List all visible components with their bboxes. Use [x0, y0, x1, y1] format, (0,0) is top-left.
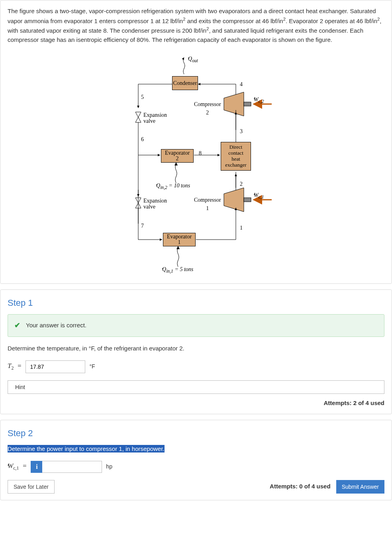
step-2-answer-row: Wc,1 = i hp [0, 461, 392, 480]
step-2-question: Determine the power input to compressor … [0, 445, 392, 461]
state-5: 5 [141, 93, 144, 101]
wc1-label: Wc,1 [254, 191, 264, 201]
svg-marker-7 [135, 112, 141, 117]
state-6: 6 [141, 135, 144, 144]
t2-var: T2 = [8, 361, 22, 372]
step-2-title: Step 2 [0, 420, 392, 445]
alert-text: Your answer is correct. [26, 321, 86, 330]
evaporator-1-box: Evaporator1 [163, 233, 196, 246]
info-icon[interactable]: i [31, 461, 43, 473]
compressor-2-label: Compressor2 [194, 100, 221, 117]
problem-card: The figure shows a two-stage, vapor-comp… [0, 0, 392, 284]
step-2-attempts: Attempts: 0 of 4 used [270, 482, 331, 491]
system-diagram: Condenser Qout 5 4 Expansionvalve Wc,2 C… [116, 52, 276, 275]
svg-rect-5 [244, 102, 251, 106]
wc1-input[interactable] [42, 461, 102, 473]
step-1-answer-row: T2 = °F [0, 360, 392, 380]
qin1-label: Qin,1 = 5 tons [162, 265, 193, 275]
svg-rect-18 [244, 198, 251, 202]
qout-label: Qout [188, 55, 198, 64]
correct-alert: ✔ Your answer is correct. [8, 314, 384, 337]
step-2-card: Step 2 Determine the power input to comp… [0, 420, 392, 500]
wc1-var: Wc,1 = [8, 461, 27, 472]
step-1-title: Step 1 [0, 290, 392, 314]
problem-text: The figure shows a two-stage, vapor-comp… [8, 7, 384, 44]
svg-marker-17 [224, 188, 244, 212]
compressor-1-label: Compressor1 [194, 196, 221, 212]
step-1-card: Step 1 ✔ Your answer is correct. Determi… [0, 289, 392, 414]
svg-marker-27 [176, 246, 180, 249]
state-3: 3 [240, 127, 243, 136]
hint-button[interactable]: Hint [8, 380, 384, 394]
exp-valve-1: Expansionvalve [143, 112, 171, 124]
evaporator-2-box: Evaporator2 [161, 149, 194, 163]
step-2-question-text: Determine the power input to compressor … [8, 445, 165, 452]
exp-valve-2: Expansionvalve [143, 198, 171, 210]
t2-input[interactable] [25, 360, 85, 373]
svg-marker-16 [174, 162, 178, 165]
wc1-unit: hp [106, 462, 112, 471]
step-1-question: Determine the temperature, in °F, of the… [0, 344, 392, 360]
qin2-label: Qin,2 = 10 tons [156, 181, 190, 191]
state-8: 8 [199, 149, 202, 157]
condenser-box: Condenser [172, 76, 198, 90]
dche-box: Directcontactheatexchanger [221, 142, 251, 171]
state-1: 1 [240, 224, 243, 232]
step-1-attempts: Attempts: 2 of 4 used [0, 399, 392, 414]
state-4: 4 [240, 80, 243, 89]
state-2: 2 [240, 180, 243, 188]
submit-answer-button[interactable]: Submit Answer [336, 480, 384, 494]
save-for-later-button[interactable]: Save for Later [8, 480, 55, 494]
svg-marker-8 [135, 117, 141, 122]
check-icon: ✔ [14, 320, 20, 331]
t2-unit: °F [89, 362, 95, 371]
wc2-label: Wc,2 [254, 95, 264, 105]
svg-marker-4 [224, 92, 244, 116]
state-7: 7 [141, 222, 144, 230]
